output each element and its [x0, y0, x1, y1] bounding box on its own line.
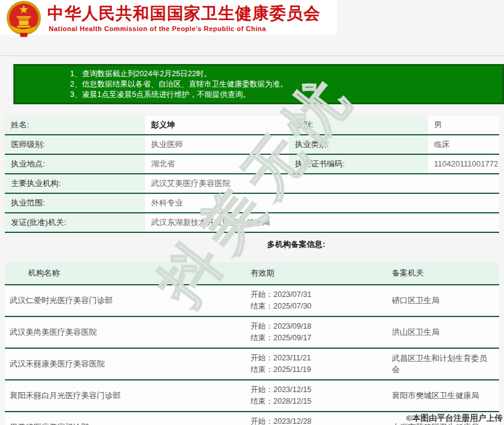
- field-label-practice-type: 执业类别:: [289, 135, 428, 154]
- table-row: 执业范围: 外科专业: [5, 193, 499, 213]
- validity-period: 开始：2023/09/18 结束：2025/09/17: [246, 316, 387, 348]
- start-date: 2023/09/18: [274, 322, 312, 330]
- multi-institution-table: 机构名称 有效期 备案机关 武汉仁爱时光医疗美容门诊部 开始：2023/07/3…: [5, 262, 499, 425]
- validity-period: 开始：2023/11/21 结束：2025/11/19: [246, 348, 387, 380]
- start-label: 开始：: [250, 417, 274, 425]
- multi-institution-section-title: 多机构备案信息:: [0, 239, 504, 250]
- field-label-doctor-level: 医师级别:: [5, 135, 145, 154]
- validity-period: 开始：2023/07/31 结束：2025/07/30: [246, 285, 387, 316]
- institution-name: 武汉禾丽康美医疗美容医院: [5, 348, 246, 380]
- site-title: 中华人民共和国国家卫生健康委员会: [48, 2, 321, 24]
- practitioner-info-table: 姓名: 彭义坤 性别: 男 医师级别: 执业医师 执业类别: 临床 执业地点: …: [5, 116, 499, 233]
- filing-authority: 硚口区卫生局: [387, 285, 499, 316]
- field-value-practice-scope: 外科专业: [145, 193, 499, 213]
- field-value-gender: 男: [428, 116, 499, 135]
- field-value-certificate-number: 110420111001772: [428, 154, 499, 174]
- table-row: 武汉美尚美医疗美容医院 开始：2023/09/18 结束：2025/09/17 …: [5, 316, 499, 348]
- table-header-row: 机构名称 有效期 备案机关: [5, 262, 499, 285]
- start-date: 2023/12/28: [274, 417, 312, 425]
- validity-period: 开始：2023/12/28 结束：2024/12/27: [246, 412, 387, 425]
- column-header-validity-period: 有效期: [246, 262, 387, 285]
- institution-name: 武汉美尚美医疗美容医院: [5, 316, 246, 348]
- start-label: 开始：: [250, 354, 274, 362]
- end-date: 2025/11/19: [274, 365, 311, 374]
- notice-line-2: 2、信息数据结果以各省、自治区、直辖市卫生健康委数据为准。: [70, 79, 497, 90]
- end-label: 结束：: [250, 397, 274, 405]
- end-date: 2028/12/15: [274, 397, 312, 405]
- field-value-issuing-authority: 武汉东湖新技术开发区卫生健康局: [145, 213, 499, 232]
- field-value-practice-location: 湖北省: [145, 154, 289, 174]
- end-date: 2025/07/30: [274, 302, 312, 310]
- header-divider: [0, 55, 504, 56]
- table-row: 医师级别: 执业医师 执业类别: 临床: [5, 135, 499, 154]
- national-emblem-icon: [5, 0, 43, 38]
- field-value-main-institution: 武汉艾美医疗美容医院: [145, 174, 499, 193]
- start-label: 开始：: [250, 290, 274, 299]
- column-header-filing-authority: 备案机关: [387, 262, 499, 285]
- institution-name: 武汉仁爱时光医疗美容门诊部: [5, 285, 246, 316]
- table-row: 姓名: 彭义坤 性别: 男: [5, 116, 499, 135]
- start-date: 2023/11/21: [274, 354, 311, 362]
- table-row: 执业地点: 湖北省 执业证书编码: 110420111001772: [5, 154, 499, 174]
- field-label-practice-location: 执业地点:: [5, 154, 145, 174]
- field-value-name: 彭义坤: [145, 116, 289, 135]
- field-value-practice-type: 临床: [428, 135, 499, 154]
- institution-name: 思美特医疗美容门诊部: [5, 412, 246, 425]
- start-date: 2023/07/31: [274, 290, 312, 299]
- field-label-practice-scope: 执业范围:: [5, 193, 145, 213]
- table-row: 襄阳禾丽白月光医疗美容门诊部 开始：2023/12/15 结束：2028/12/…: [5, 380, 499, 412]
- field-label-main-institution: 主要执业机构:: [5, 174, 145, 193]
- field-label-name: 姓名:: [5, 116, 145, 135]
- end-label: 结束：: [250, 334, 274, 342]
- copyright-watermark: ©本图由平台注册用户上传: [406, 413, 503, 424]
- institution-name: 襄阳禾丽白月光医疗美容门诊部: [5, 380, 246, 412]
- end-date: 2025/09/17: [274, 334, 312, 342]
- filing-authority: 武昌区卫生和计划生育委员会: [387, 348, 499, 380]
- start-label: 开始：: [250, 385, 274, 394]
- notice-line-3: 3、凌晨1点至凌晨5点系统进行维护，不能提供查询。: [70, 90, 497, 100]
- site-subtitle-english: National Health Commission of the People…: [49, 25, 266, 32]
- start-label: 开始：: [250, 322, 274, 330]
- validity-period: 开始：2023/12/15 结束：2028/12/15: [246, 380, 387, 412]
- notice-banner: 1、查询数据截止到2024年2月25日22时。 2、信息数据结果以各省、自治区、…: [13, 64, 504, 104]
- notice-line-1: 1、查询数据截止到2024年2月25日22时。: [70, 69, 497, 79]
- filing-authority: 洪山区卫生局: [387, 316, 499, 348]
- page: 中华人民共和国国家卫生健康委员会 National Health Commiss…: [0, 0, 504, 425]
- table-row: 武汉禾丽康美医疗美容医院 开始：2023/11/21 结束：2025/11/19…: [5, 348, 499, 380]
- site-header: 中华人民共和国国家卫生健康委员会 National Health Commiss…: [0, 0, 337, 35]
- field-value-doctor-level: 执业医师: [145, 135, 289, 154]
- filing-authority: 襄阳市樊城区卫生健康局: [387, 380, 499, 412]
- end-label: 结束：: [250, 365, 274, 374]
- table-row: 发证(批准)机关: 武汉东湖新技术开发区卫生健康局: [5, 213, 499, 232]
- field-label-certificate-number: 执业证书编码:: [289, 154, 428, 174]
- table-row: 主要执业机构: 武汉艾美医疗美容医院: [5, 174, 499, 193]
- column-header-institution-name: 机构名称: [5, 262, 246, 285]
- table-row: 武汉仁爱时光医疗美容门诊部 开始：2023/07/31 结束：2025/07/3…: [5, 285, 499, 316]
- end-label: 结束：: [250, 302, 274, 310]
- start-date: 2023/12/15: [274, 385, 312, 394]
- field-label-issuing-authority: 发证(批准)机关:: [5, 213, 145, 232]
- field-label-gender: 性别:: [289, 116, 428, 135]
